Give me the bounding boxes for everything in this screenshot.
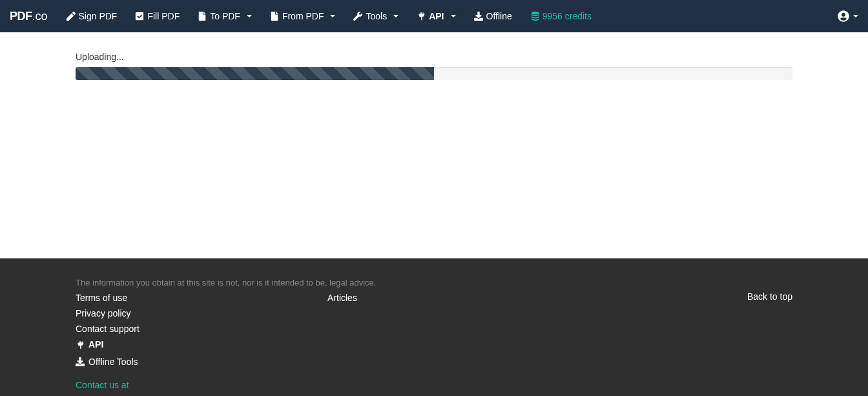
nav-from-pdf[interactable]: From PDF [261,1,345,31]
nav-api-label: API [429,11,444,21]
nav-sign-label: Sign PDF [79,11,118,21]
upload-status-text: Uploading... [76,52,792,62]
plug-icon [417,12,426,21]
nav-tools[interactable]: Tools [344,1,408,31]
brand-part2: .co [32,10,48,23]
user-circle-icon [838,10,849,22]
nav-credits-label: 9956 credits [542,11,592,21]
nav-from-label: From PDF [282,11,324,21]
nav-credits[interactable]: 9956 credits [521,1,601,31]
footer-offline-label: Offline Tools [88,355,138,369]
footer-terms-link[interactable]: Terms of use [76,291,127,305]
main-content: Uploading... [66,32,802,258]
footer-col-3: Back to top [579,291,792,396]
nav-fill-pdf[interactable]: Fill PDF [126,1,189,31]
nav-left: PDF.co Sign PDF Fill PDF To PDF From PDF [10,1,601,31]
footer-columns: Terms of use Privacy policy Contact supp… [76,291,792,396]
coins-icon [530,12,539,21]
nav-to-label: To PDF [210,11,240,21]
nav-user-menu[interactable] [838,10,858,22]
caret-down-icon [393,15,398,17]
wrench-icon [353,12,362,21]
progress-track [76,67,792,80]
footer-support-link[interactable]: Contact support [76,322,140,336]
footer-api-label: API [88,338,103,351]
navbar: PDF.co Sign PDF Fill PDF To PDF From PDF [0,0,868,32]
brand-logo[interactable]: PDF.co [10,10,48,23]
nav-sign-pdf[interactable]: Sign PDF [57,1,127,31]
download-icon [76,357,85,366]
nav-offline[interactable]: Offline [465,1,521,31]
download-icon [474,12,483,21]
caret-down-icon [853,15,858,17]
footer-contact-link[interactable]: Contact us at [76,380,129,390]
footer-col-1: Terms of use Privacy policy Contact supp… [76,291,327,396]
file-icon [198,12,207,21]
footer-api-link[interactable]: API [76,338,103,351]
nav-to-pdf[interactable]: To PDF [189,1,261,31]
footer-disclaimer: The information you obtain at this site … [76,278,792,287]
footer-offline-link[interactable]: Offline Tools [76,355,138,369]
caret-down-icon [451,15,456,17]
pencil-icon [67,12,76,21]
brand-part1: PDF [10,10,32,23]
footer-articles-link[interactable]: Articles [327,291,357,305]
check-square-icon [135,12,144,21]
nav-fill-label: Fill PDF [147,11,180,21]
footer-privacy-link[interactable]: Privacy policy [76,307,131,320]
caret-down-icon [330,15,335,17]
plug-icon [76,340,85,349]
footer-col-2: Articles [327,291,579,396]
progress-bar [76,67,434,80]
nav-tools-label: Tools [366,11,387,21]
back-to-top-link[interactable]: Back to top [747,291,792,302]
caret-down-icon [247,15,252,17]
footer: The information you obtain at this site … [0,258,868,396]
nav-api[interactable]: API [408,1,464,31]
nav-offline-label: Offline [486,11,512,21]
nav-menu: Sign PDF Fill PDF To PDF From PDF Tools [57,1,601,31]
file-icon [270,12,279,21]
